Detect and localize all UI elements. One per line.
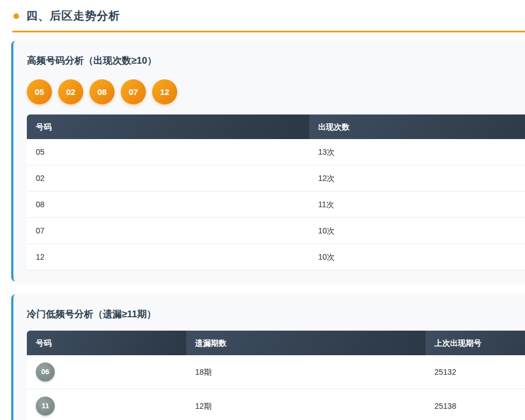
column-header-count: 出现次数 [309,114,525,139]
cell-last-draw: 25132 [425,355,525,389]
table-row: 02 12次 [27,165,525,192]
high-frequency-table: 号码 出现次数 05 13次 02 12次 08 11次 07 [27,114,525,270]
table-header-row: 号码 出现次数 [27,114,525,139]
cell-number: 02 [27,165,309,192]
table-row: 05 13次 [27,139,525,165]
section-header: 四、后区走势分析 [0,0,525,23]
bullet-dot-icon [13,13,19,19]
table-row: 12 10次 [27,244,525,270]
number-badge: 12 [152,79,177,104]
cell-count: 10次 [309,244,525,270]
cell-number: 06 [27,355,186,389]
card-title: 高频号码分析（出现次数≥10） [27,54,525,67]
cell-number: 07 [27,218,309,244]
hot-number-badges: 05 02 08 07 12 [27,79,525,104]
cell-number: 12 [27,244,309,270]
number-badge: 05 [27,79,52,104]
cell-number: 08 [27,192,309,218]
column-header-number: 号码 [27,114,309,139]
number-badge: 07 [121,79,146,104]
card-title: 冷门低频号分析（遗漏≥11期） [27,308,525,321]
cell-missing-periods: 18期 [186,355,425,389]
table-row: 08 11次 [27,192,525,218]
number-badge: 02 [58,79,83,104]
table-row: 07 10次 [27,218,525,244]
number-badge: 11 [36,397,55,416]
page: 四、后区走势分析 高频号码分析（出现次数≥10） 05 02 08 07 12 … [0,0,525,420]
cell-number: 11 [27,389,186,420]
cell-count: 11次 [309,192,525,218]
cold-number-card: 冷门低频号分析（遗漏≥11期） 号码 遗漏期数 上次出现期号 06 18期 25… [11,294,525,420]
table-header-row: 号码 遗漏期数 上次出现期号 [27,331,525,355]
cell-count: 13次 [309,139,525,165]
number-badge: 08 [89,79,115,104]
high-frequency-card: 高频号码分析（出现次数≥10） 05 02 08 07 12 号码 出现次数 0… [11,41,525,281]
cell-number: 05 [27,139,309,165]
cell-count: 12次 [309,165,525,192]
number-badge: 06 [36,362,55,381]
table-row: 11 12期 25138 [27,389,525,420]
cold-number-table: 号码 遗漏期数 上次出现期号 06 18期 25132 11 1 [27,331,525,420]
column-header-missing-periods: 遗漏期数 [186,331,425,355]
table-row: 06 18期 25132 [27,355,525,389]
column-header-last-draw: 上次出现期号 [425,331,525,355]
section-title: 四、后区走势分析 [26,8,120,23]
cell-count: 10次 [309,218,525,244]
cell-last-draw: 25138 [425,389,525,420]
cell-missing-periods: 12期 [186,389,425,420]
section-underline [12,31,525,32]
column-header-number: 号码 [27,331,186,355]
